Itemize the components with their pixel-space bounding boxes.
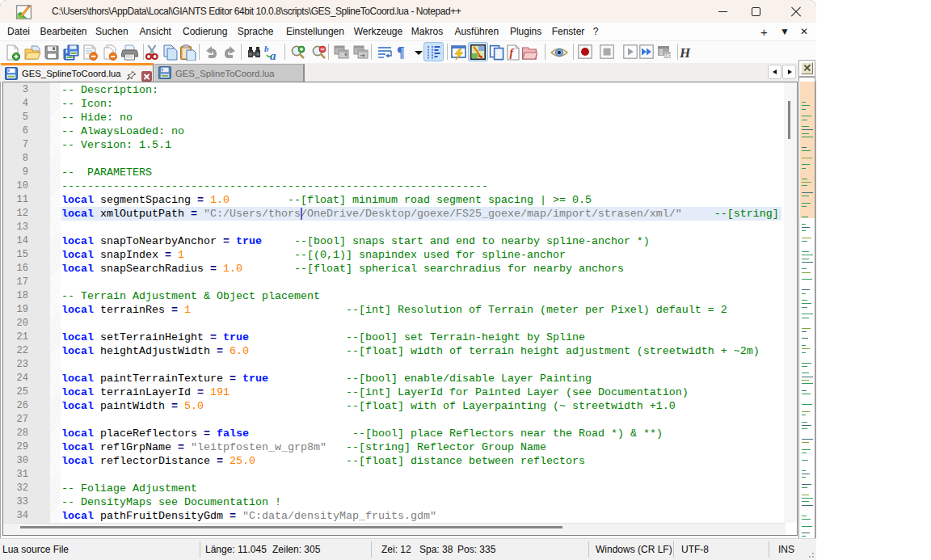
svg-text:b: b — [264, 44, 269, 53]
svg-text:a: a — [270, 49, 276, 61]
svg-text:¶: ¶ — [397, 44, 405, 61]
svg-text:UC: UC — [664, 53, 671, 58]
svg-text:H: H — [680, 45, 691, 61]
